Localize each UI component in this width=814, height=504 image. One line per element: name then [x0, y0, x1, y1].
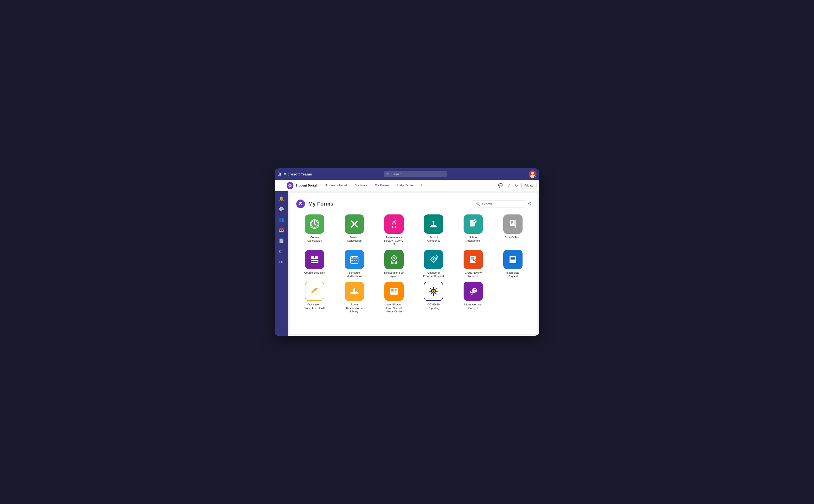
page-search-box: 🔍	[473, 200, 526, 207]
tab-student-intranet[interactable]: Student Intranet	[321, 180, 350, 191]
svg-rect-89	[510, 258, 515, 259]
form-icon-session-cancellation	[345, 214, 364, 234]
svg-rect-16	[300, 204, 301, 205]
settings-icon-btn[interactable]: ⚙	[528, 201, 532, 207]
svg-point-123	[471, 291, 472, 292]
form-item-course-sellection[interactable]: Course Sellection	[296, 250, 334, 278]
sidebar-item-teams[interactable]: 👥	[277, 215, 286, 224]
form-icon-identification	[384, 282, 404, 301]
form-icon-incomplete-request	[503, 250, 523, 269]
form-icon-course-cancellation	[305, 214, 324, 234]
svg-rect-82	[471, 258, 474, 258]
svg-point-94	[315, 290, 316, 291]
form-label-information-consent: Information and Consent	[462, 303, 484, 310]
add-tab-button[interactable]: +	[418, 183, 425, 188]
refresh-icon-btn[interactable]: ↻	[514, 182, 519, 189]
form-item-identification[interactable]: Indentification form: Special Needs Cent…	[375, 282, 413, 313]
svg-rect-36	[430, 226, 437, 227]
form-item-change-program[interactable]: Change of Program Request	[415, 250, 452, 278]
form-icon-room-reservation	[345, 282, 364, 301]
page-search-input[interactable]	[482, 202, 523, 206]
svg-text:?: ?	[474, 288, 476, 292]
form-label-room-reservation: Room Reservation – Library	[343, 303, 365, 313]
form-item-room-reservation[interactable]: Room Reservation – Library	[336, 282, 373, 313]
robot-logo	[286, 182, 294, 189]
svg-point-29	[392, 226, 396, 228]
form-icon-school-attendance-1	[424, 214, 443, 234]
svg-rect-65	[351, 260, 353, 261]
svg-rect-4	[289, 184, 291, 187]
svg-point-55	[315, 261, 317, 262]
teams-topbar: ⊞ Microsoft Teams	[275, 168, 539, 180]
sidebar-item-notifications[interactable]: 🔔	[277, 194, 286, 203]
svg-point-5	[289, 185, 290, 185]
svg-line-117	[436, 293, 437, 294]
form-item-course-cancellation[interactable]: Course Cancellation	[296, 214, 334, 246]
svg-rect-43	[471, 224, 473, 224]
sidebar: 🔔 💬 👥 📅 📄 🛍 •••	[275, 191, 288, 336]
svg-rect-105	[394, 289, 397, 290]
form-item-school-attendance-1[interactable]: School Attendence	[415, 214, 452, 246]
avatar-wrap[interactable]	[529, 170, 536, 178]
svg-rect-47	[511, 221, 513, 222]
svg-rect-92	[311, 288, 317, 294]
form-item-schedule-modifications[interactable]: Schedule Modifications	[336, 250, 373, 278]
svg-point-14	[299, 203, 300, 204]
app-tabs-bar: Tė Student Portail Student Intranet My T…	[275, 180, 539, 191]
form-item-incomplete-request[interactable]: Incomplete Request	[494, 250, 532, 278]
form-item-information-consent[interactable]: ? Information and Consent	[454, 282, 492, 313]
form-label-covid-reporting: COVID-19 Reporting	[423, 303, 444, 310]
tab-my-tools[interactable]: My Tools	[351, 180, 370, 191]
svg-rect-42	[471, 223, 474, 223]
form-item-vaccination[interactable]: Vaccination – Students in Health	[296, 282, 334, 313]
svg-rect-67	[356, 260, 357, 261]
teams-search-input[interactable]	[384, 171, 447, 177]
form-item-session-cancellation[interactable]: Session Cancellation	[336, 214, 373, 246]
form-item-doctors-form[interactable]: Doctor's Form	[494, 214, 532, 246]
sidebar-item-more[interactable]: •••	[277, 258, 286, 266]
svg-rect-66	[354, 260, 355, 261]
svg-point-53	[311, 261, 313, 262]
svg-point-25	[311, 224, 312, 225]
form-icon-information-consent: ?	[464, 282, 483, 301]
svg-line-119	[431, 293, 432, 294]
form-item-registration-fee[interactable]: $ Registration Fee Payment	[375, 250, 413, 278]
svg-text:★: ★	[395, 220, 397, 222]
svg-rect-104	[391, 292, 394, 292]
svg-rect-49	[511, 223, 512, 224]
svg-rect-13	[299, 202, 302, 205]
sidebar-item-calendar[interactable]: 📅	[277, 226, 286, 235]
form-label-change-program: Change of Program Request	[423, 271, 444, 278]
svg-point-79	[436, 257, 437, 258]
svg-point-6	[290, 185, 291, 185]
svg-point-24	[314, 227, 315, 228]
form-item-covid-reporting[interactable]: COVID-19 Reporting	[415, 282, 452, 313]
svg-rect-99	[350, 293, 359, 294]
svg-rect-107	[394, 291, 396, 291]
form-icon-doctors-form	[503, 214, 523, 234]
svg-point-15	[301, 203, 302, 204]
form-item-grade-review[interactable]: Grade Review Request	[454, 250, 492, 278]
form-label-vaccination: Vaccination – Students in Health	[304, 303, 325, 310]
svg-rect-103	[391, 289, 394, 291]
svg-rect-97	[353, 289, 355, 292]
grid-icon[interactable]: ⊞	[278, 171, 281, 177]
sidebar-item-chat[interactable]: 💬	[277, 205, 286, 213]
chat-icon-btn[interactable]: 💬	[497, 182, 504, 189]
form-label-schedule-modifications: Schedule Modifications	[343, 271, 365, 278]
form-item-school-attendance-2[interactable]: School Attendence	[454, 214, 492, 246]
svg-rect-48	[511, 222, 513, 223]
svg-point-73	[433, 258, 434, 260]
form-label-registration-fee: Registration Fee Payment	[383, 271, 405, 278]
expand-icon-btn[interactable]: ⤢	[506, 182, 511, 189]
form-label-incomplete-request: Incomplete Request	[502, 271, 524, 278]
form-item-bursary[interactable]: ★ Perseverence Bursary : COVID-19	[375, 214, 413, 246]
form-icon-registration-fee: $	[384, 250, 404, 269]
app-logo: Student Portail	[286, 182, 317, 189]
sidebar-item-store[interactable]: 🛍	[277, 247, 286, 256]
private-button[interactable]: Private	[521, 183, 536, 188]
tab-help-center[interactable]: Help Center	[394, 180, 417, 191]
sidebar-item-files[interactable]: 📄	[277, 237, 286, 245]
tab-my-forms[interactable]: My Forms	[371, 180, 393, 191]
svg-text:$: $	[393, 257, 395, 260]
